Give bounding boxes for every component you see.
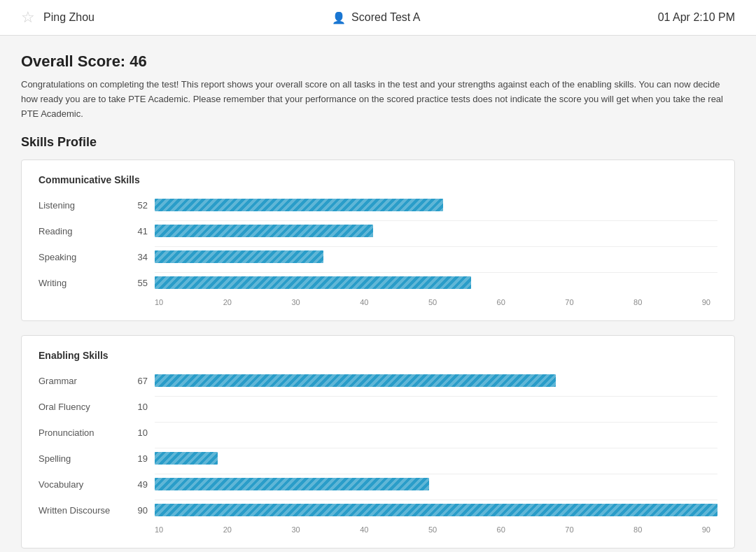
chart-score: 10 (130, 427, 155, 438)
chart-score: 90 (130, 505, 155, 516)
chart-score: 19 (130, 453, 155, 464)
chart-bar (155, 250, 323, 263)
content: Overall Score: 46 Congratulations on com… (0, 36, 756, 552)
chart-label: Listening (38, 200, 130, 211)
chart-score: 34 (130, 252, 155, 262)
header-left: ☆ Ping Zhou (21, 8, 94, 27)
test-icon: 👤 (332, 11, 346, 24)
chart-label: Oral Fluency (38, 402, 130, 412)
chart-row: Speaking34 (38, 247, 718, 267)
chart-score: 67 (130, 376, 155, 386)
chart-label: Written Discourse (38, 505, 130, 516)
chart-label: Spelling (38, 453, 130, 464)
chart-row: Spelling19 (38, 448, 718, 468)
chart-bar-area (155, 399, 718, 414)
student-name: Ping Zhou (43, 11, 94, 24)
chart-label: Pronunciation (38, 427, 130, 438)
chart-row: Grammar67 (38, 371, 718, 390)
test-date: 01 Apr 2:10 PM (658, 11, 735, 24)
chart-bar-area (155, 373, 718, 388)
chart-bar-area (155, 197, 718, 213)
chart-bar-area (155, 502, 718, 518)
skills-profile-title: Skills Profile (21, 135, 735, 150)
chart-score: 41 (130, 226, 155, 236)
chart-score: 49 (130, 479, 155, 490)
chart-score: 52 (130, 200, 155, 211)
enabling-skills-title: Enabling Skills (38, 350, 718, 361)
enabling-skills-card: Enabling Skills Grammar67Oral Fluency10P… (21, 335, 735, 549)
chart-bar-area (155, 223, 718, 239)
header-center: 👤 Scored Test A (332, 11, 420, 24)
chart-bar-area (155, 249, 718, 264)
test-name: Scored Test A (351, 11, 420, 24)
header: ☆ Ping Zhou 👤 Scored Test A 01 Apr 2:10 … (0, 0, 756, 36)
chart-bar (155, 504, 718, 516)
communicative-axis-labels: 10 20 30 40 50 60 70 80 90 (38, 298, 718, 306)
chart-label: Writing (38, 278, 130, 288)
chart-row: Writing55 (38, 273, 718, 292)
chart-label: Vocabulary (38, 479, 130, 490)
chart-score: 10 (130, 402, 155, 412)
chart-bar (155, 478, 429, 490)
chart-bar (155, 374, 556, 387)
chart-row: Listening52 (38, 195, 718, 215)
overall-description: Congratulations on completing the test! … (21, 78, 735, 121)
chart-bar-area (155, 476, 718, 492)
star-icon[interactable]: ☆ (21, 8, 35, 27)
chart-row: Reading41 (38, 221, 718, 241)
chart-bar (155, 452, 218, 465)
communicative-skills-card: Communicative Skills Listening52Reading4… (21, 160, 735, 321)
chart-score: 55 (130, 278, 155, 288)
chart-row: Vocabulary49 (38, 474, 718, 494)
communicative-skills-title: Communicative Skills (38, 174, 718, 185)
chart-label: Reading (38, 226, 130, 236)
chart-label: Grammar (38, 376, 130, 386)
chart-bar-area (155, 451, 718, 466)
chart-row: Oral Fluency10 (38, 397, 718, 416)
enabling-axis-labels: 10 20 30 40 50 60 70 80 90 (38, 525, 718, 534)
chart-label: Speaking (38, 252, 130, 262)
chart-row: Written Discourse90 (38, 500, 718, 520)
overall-score-title: Overall Score: 46 (21, 52, 735, 71)
chart-bar-area (155, 425, 718, 440)
chart-bar (155, 199, 443, 211)
chart-row: Pronunciation10 (38, 423, 718, 442)
chart-bar-area (155, 275, 718, 290)
chart-bar (155, 276, 471, 289)
overall-score-section: Overall Score: 46 Congratulations on com… (21, 52, 735, 121)
chart-bar (155, 225, 373, 237)
